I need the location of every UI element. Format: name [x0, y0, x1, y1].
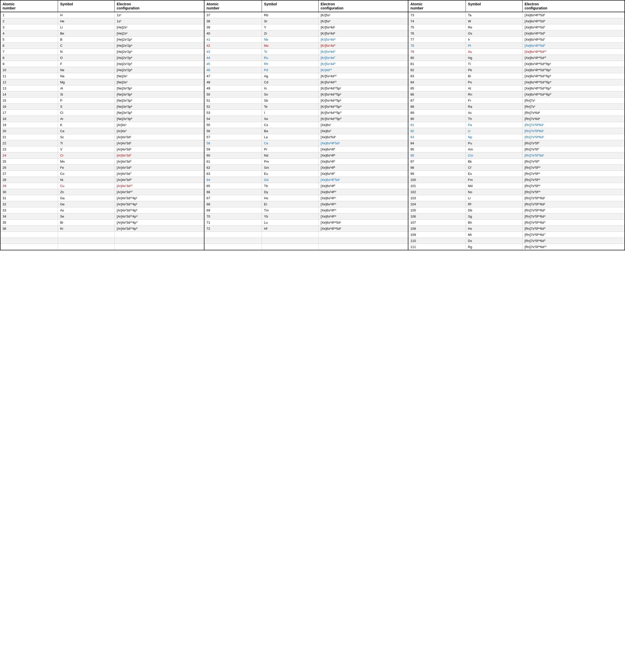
atomic-number: 75 — [408, 24, 466, 30]
atomic-number — [204, 238, 262, 244]
symbol: No — [466, 189, 523, 195]
electron-config: [Rn]7s¹5f¹⁴6d¹⁰ — [523, 244, 625, 250]
electron-config: [Xe]6s²4f¹⁴5d⁶ — [523, 30, 625, 37]
symbol: Al — [58, 86, 115, 92]
atomic-number: 36 — [0, 226, 58, 232]
electron-config: [Xe]6s²4f⁶ — [319, 165, 408, 171]
atomic-number: 57 — [204, 134, 262, 140]
atomic-number: 39 — [204, 24, 262, 30]
electron-config: [Ar]4s² — [115, 128, 204, 134]
atomic-number: 32 — [0, 201, 58, 208]
electron-config: [He]2s²2p¹ — [115, 37, 204, 43]
electron-config: [Kr]5s²4d¹⁰ — [319, 79, 408, 86]
atomic-number: 38 — [204, 18, 262, 24]
atomic-number: 58 — [204, 140, 262, 146]
symbol: Db — [466, 208, 523, 214]
atomic-number: 17 — [0, 110, 58, 116]
header-electron-config-1: Electronconfiguration — [115, 0, 204, 12]
symbol: Nd — [262, 152, 319, 159]
electron-config: [Xe]6s²4f⁴ — [319, 152, 408, 159]
symbol: Zn — [58, 189, 115, 195]
electron-config: [Rn]7s²5f⁹ — [523, 159, 625, 165]
atomic-number: 76 — [408, 30, 466, 37]
electron-config: [Rn]7s²5f⁶ — [523, 140, 625, 146]
atomic-number: 35 — [0, 220, 58, 226]
symbol: Lr — [466, 195, 523, 201]
symbol: Ru — [262, 55, 319, 61]
atomic-number: 48 — [204, 79, 262, 86]
atomic-number: 26 — [0, 165, 58, 171]
symbol: Xe — [262, 116, 319, 122]
symbol: La — [262, 134, 319, 140]
electron-config: [Xe]6s² — [319, 128, 408, 134]
atomic-number: 44 — [204, 55, 262, 61]
symbol: F — [58, 61, 115, 67]
atomic-number: 6 — [0, 43, 58, 49]
symbol: V — [58, 146, 115, 152]
electron-config: [Ar]4s²3d⁵ — [115, 159, 204, 165]
electron-config: [Xe]6s²4f¹⁴5d¹⁰6p⁵ — [523, 86, 625, 92]
symbol: I — [262, 110, 319, 116]
atomic-number: 66 — [204, 189, 262, 195]
atomic-number: 97 — [408, 159, 466, 165]
atomic-number: 79 — [408, 49, 466, 55]
atomic-number: 14 — [0, 92, 58, 98]
atomic-number: 59 — [204, 146, 262, 152]
symbol: In — [262, 86, 319, 92]
electron-config: [Xe]6s²4f¹⁴5d¹⁰6p² — [523, 67, 625, 73]
electron-config: [Xe]6s²4f¹³ — [319, 208, 408, 214]
symbol: Ra — [466, 104, 523, 110]
atomic-number: 21 — [0, 134, 58, 140]
atomic-number: 5 — [0, 37, 58, 43]
electron-config: [He]2s²2p⁵ — [115, 61, 204, 67]
symbol: H — [58, 12, 115, 18]
symbol: Y — [262, 24, 319, 30]
atomic-number: 105 — [408, 208, 466, 214]
symbol: Hg — [466, 55, 523, 61]
symbol: Ho — [262, 195, 319, 201]
header-electron-config-2: Electronconfiguration — [319, 0, 408, 12]
symbol: He — [58, 18, 115, 24]
atomic-number: 34 — [0, 214, 58, 220]
atomic-number: 16 — [0, 104, 58, 110]
symbol: Fe — [58, 165, 115, 171]
electron-config: [Rn]7s¹ — [523, 98, 625, 104]
electron-config: [Xe]6s²4f⁵ — [319, 159, 408, 165]
electron-config — [319, 238, 408, 244]
header-electron-config-3: Electronconfiguration — [523, 0, 625, 12]
atomic-number: 73 — [408, 12, 466, 18]
symbol: Tb — [262, 183, 319, 189]
symbol: Tl — [466, 61, 523, 67]
electron-config: [Ar]4s²3d⁸ — [115, 177, 204, 183]
symbol: Sr — [262, 18, 319, 24]
symbol: Ta — [466, 12, 523, 18]
symbol: Sb — [262, 98, 319, 104]
atomic-number: 95 — [408, 146, 466, 152]
symbol — [58, 244, 115, 250]
symbol: Ac — [466, 110, 523, 116]
symbol: Rf — [466, 201, 523, 208]
atomic-number: 13 — [0, 86, 58, 92]
symbol: U — [466, 128, 523, 134]
atomic-number: 8 — [0, 55, 58, 61]
symbol: Ca — [58, 128, 115, 134]
symbol: S — [58, 104, 115, 110]
symbol: Cr — [58, 152, 115, 159]
symbol: Se — [58, 214, 115, 220]
electron-config: [Ar]4s²3d² — [115, 140, 204, 146]
atomic-number: 78 — [408, 43, 466, 49]
atomic-number: 12 — [0, 79, 58, 86]
electron-config: [Rn]7s¹5f¹⁴6d⁹ — [523, 238, 625, 244]
atomic-number: 24 — [0, 152, 58, 159]
symbol: Ir — [466, 37, 523, 43]
symbol: Si — [58, 92, 115, 98]
symbol: Ge — [58, 201, 115, 208]
atomic-number: 46 — [204, 67, 262, 73]
electron-config: [Ne]3s² — [115, 79, 204, 86]
electron-config: [Ar]4s²3d¹⁰4p⁴ — [115, 214, 204, 220]
atomic-number: 54 — [204, 116, 262, 122]
atomic-number: 92 — [408, 128, 466, 134]
electron-config: [Ar]4s¹3d¹⁰ — [115, 183, 204, 189]
electron-config: [Xe]6s²4f¹² — [319, 201, 408, 208]
electron-config: [Xe]6s²4f¹⁴5d¹⁰6p¹ — [523, 61, 625, 67]
